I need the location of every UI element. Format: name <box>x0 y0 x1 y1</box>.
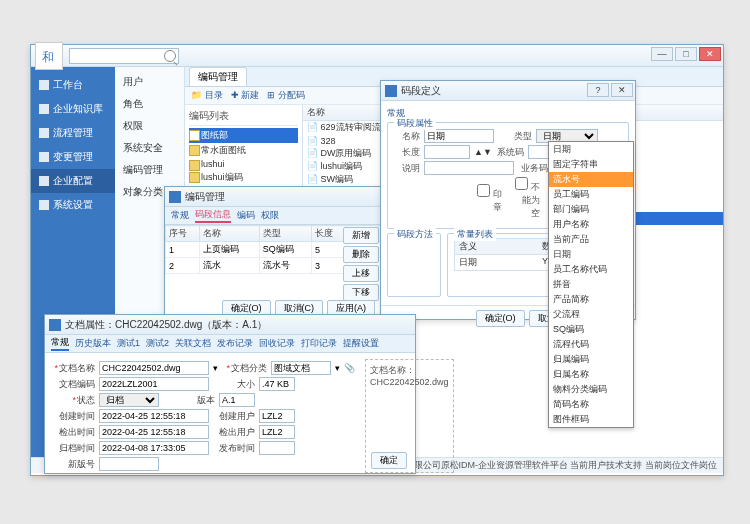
sidebar-item-kb[interactable]: 企业知识库 <box>31 97 115 121</box>
len-input[interactable] <box>424 145 470 159</box>
dropdown-option[interactable]: 简码名称 <box>549 397 633 412</box>
kb-icon <box>39 104 49 114</box>
window-icon <box>169 191 181 203</box>
doc-properties-window: 文档属性：CHC22042502.dwg（版本：A.1） 常规历史版本测试1测试… <box>44 314 416 474</box>
coding-table-window: 编码管理 常规 码段信息 编码 权限 序号名称类型长度含义 1上页编码SQ编码5… <box>164 186 382 322</box>
itime-field <box>99 425 209 439</box>
tree-item[interactable]: lushui编码 <box>189 170 298 185</box>
dropdown-option[interactable]: 归属编码 <box>549 352 633 367</box>
nav-user[interactable]: 用户 <box>121 71 178 93</box>
tab-coding[interactable]: 编码管理 <box>189 67 247 86</box>
sidebar-item-change[interactable]: 变更管理 <box>31 145 115 169</box>
window-icon <box>385 85 397 97</box>
minimize-button[interactable]: — <box>651 47 673 61</box>
propwin-titlebar[interactable]: 文档属性：CHC22042502.dwg（版本：A.1） <box>45 315 415 335</box>
prop-tabs: 常规历史版本测试1测试2关联文档发布记录回收记录打印记录提醒设置 <box>45 335 415 353</box>
prop-tab[interactable]: 常规 <box>51 336 69 351</box>
dropdown-option[interactable]: 产品简称 <box>549 292 633 307</box>
dropdown-option[interactable]: 用户名称 <box>549 217 633 232</box>
sidebar-item-flow[interactable]: 流程管理 <box>31 121 115 145</box>
workbench-icon <box>39 80 49 90</box>
prop-tab[interactable]: 测试1 <box>117 337 140 350</box>
help-button[interactable]: ? <box>587 83 609 97</box>
tree-item[interactable]: 图纸部 <box>189 128 298 143</box>
sidebar-item-workbench[interactable]: 工作台 <box>31 73 115 97</box>
enterprise-icon <box>39 176 49 186</box>
iuser-field <box>259 425 295 439</box>
close-button[interactable]: ✕ <box>611 83 633 97</box>
tab-segments[interactable]: 码段信息 <box>195 208 231 223</box>
sidebar-item-enterprise[interactable]: 企业配置 <box>31 169 115 193</box>
docname-input[interactable] <box>99 361 209 375</box>
notnull-check[interactable] <box>515 177 528 190</box>
maximize-button[interactable]: □ <box>675 47 697 61</box>
dropdown-option[interactable]: 员工编码 <box>549 187 633 202</box>
sidebar-item-settings[interactable]: 系统设置 <box>31 193 115 217</box>
dropdown-option[interactable]: 员工名称代码 <box>549 262 633 277</box>
doccode-input[interactable] <box>99 377 209 391</box>
tblwin-tabs: 常规 码段信息 编码 权限 <box>165 207 381 225</box>
nav-security[interactable]: 系统安全 <box>121 137 178 159</box>
tool-dir[interactable]: 📁 目录 <box>191 89 223 102</box>
prop-tab[interactable]: 提醒设置 <box>343 337 379 350</box>
app-logo <box>35 42 63 70</box>
dropdown-option[interactable]: 归属名称 <box>549 367 633 382</box>
row-up-button[interactable]: 上移 <box>343 265 379 282</box>
state-select[interactable]: 归档 <box>99 393 159 407</box>
type-dropdown[interactable]: 日期固定字符串流水号员工编码部门编码用户名称当前产品日期员工名称代码拼音产品简称… <box>548 141 634 428</box>
ok-button[interactable]: 确定 <box>371 452 407 469</box>
dropdown-option[interactable]: 固定字符串 <box>549 157 633 172</box>
doccat-input[interactable] <box>271 361 331 375</box>
settings-icon <box>39 200 49 210</box>
prop-tab[interactable]: 打印记录 <box>301 337 337 350</box>
stamp-check[interactable] <box>477 184 490 197</box>
tool-assign[interactable]: ⊞ 分配码 <box>267 89 305 102</box>
tool-new[interactable]: ✚ 新建 <box>231 89 260 102</box>
prop-tab[interactable]: 回收记录 <box>259 337 295 350</box>
group-attr-title: 码段属性 <box>394 117 436 130</box>
desc-input[interactable] <box>424 161 514 175</box>
dropdown-option[interactable]: 父流程 <box>549 307 633 322</box>
row-down-button[interactable]: 下移 <box>343 284 379 301</box>
tblwin-titlebar[interactable]: 编码管理 <box>165 187 381 207</box>
cuser-field <box>259 409 295 423</box>
tree-item[interactable]: lushui <box>189 158 298 170</box>
newver-input[interactable] <box>99 457 159 471</box>
attach-icon[interactable]: 📎 <box>344 363 355 373</box>
ver-field <box>219 393 255 407</box>
prop-tab[interactable]: 测试2 <box>146 337 169 350</box>
app-toolbar <box>31 45 723 67</box>
ok-button[interactable]: 确定(O) <box>476 310 525 327</box>
dropdown-option[interactable]: 流程代码 <box>549 337 633 352</box>
dropdown-option[interactable]: 物料分类编码 <box>549 382 633 397</box>
dropdown-option[interactable]: SQ编码 <box>549 322 633 337</box>
window-icon <box>49 319 61 331</box>
tab-general[interactable]: 常规 <box>171 209 189 222</box>
prop-tab[interactable]: 发布记录 <box>217 337 253 350</box>
tab-perm[interactable]: 权限 <box>261 209 279 222</box>
ctime-field <box>99 409 209 423</box>
dropdown-option[interactable]: 流水号 <box>549 172 633 187</box>
size-field <box>259 377 295 391</box>
prop-tab[interactable]: 关联文档 <box>175 337 211 350</box>
pubtime-field <box>259 441 295 455</box>
dropdown-option[interactable]: 日期 <box>549 247 633 262</box>
row-del-button[interactable]: 删除 <box>343 246 379 263</box>
dropdown-option[interactable]: 部门编码 <box>549 202 633 217</box>
defwin-titlebar[interactable]: 码段定义 ?✕ <box>381 81 635 101</box>
prop-tab[interactable]: 历史版本 <box>75 337 111 350</box>
search-input[interactable] <box>69 48 179 64</box>
flow-icon <box>39 128 49 138</box>
dropdown-option[interactable]: 拼音 <box>549 277 633 292</box>
row-add-button[interactable]: 新增 <box>343 227 379 244</box>
dropdown-option[interactable]: 图件框码 <box>549 412 633 427</box>
tab-codes[interactable]: 编码 <box>237 209 255 222</box>
dropdown-option[interactable]: 日期 <box>549 142 633 157</box>
nav-coding[interactable]: 编码管理 <box>121 159 178 181</box>
tree-item[interactable]: 常水面图纸 <box>189 143 298 158</box>
nav-role[interactable]: 角色 <box>121 93 178 115</box>
close-button[interactable]: ✕ <box>699 47 721 61</box>
name-input[interactable] <box>424 129 494 143</box>
nav-perm[interactable]: 权限 <box>121 115 178 137</box>
dropdown-option[interactable]: 当前产品 <box>549 232 633 247</box>
